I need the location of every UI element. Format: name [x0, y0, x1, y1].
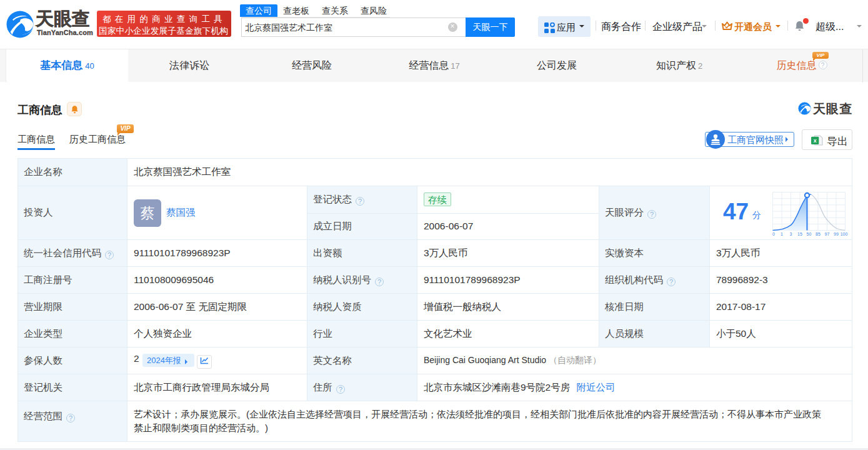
- svg-text:x: x: [814, 138, 817, 144]
- svg-text:15: 15: [797, 232, 802, 236]
- svg-text:97: 97: [825, 232, 830, 236]
- svg-text:99: 99: [834, 232, 839, 236]
- svg-text:100: 100: [841, 232, 848, 236]
- svg-text:1: 1: [781, 232, 783, 236]
- svg-text:85: 85: [816, 232, 821, 236]
- svg-text:50: 50: [807, 232, 812, 236]
- svg-text:0: 0: [772, 232, 775, 236]
- svg-text:3: 3: [790, 232, 792, 236]
